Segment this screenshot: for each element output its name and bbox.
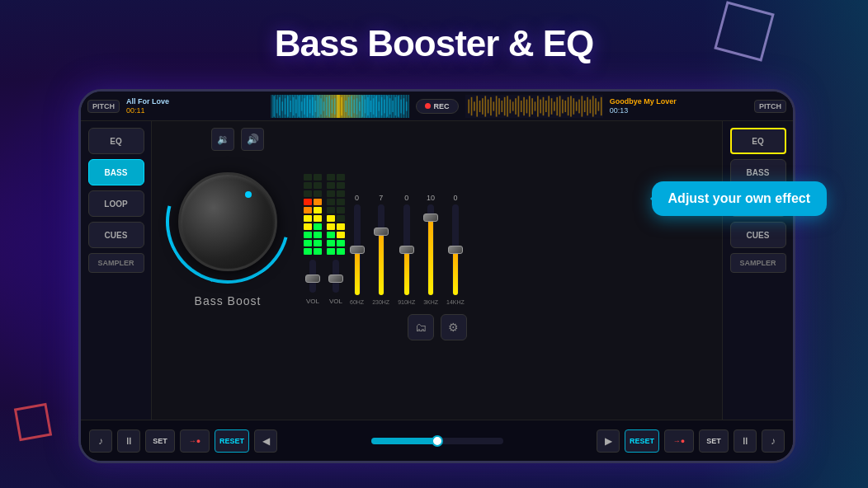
svg-rect-54 (482, 98, 484, 115)
left-cues-button[interactable]: CUES (88, 222, 144, 248)
svg-rect-67 (517, 96, 519, 116)
vu-bar (327, 182, 335, 189)
eq-slider-track-910hz[interactable] (403, 204, 410, 295)
pitch-right-button[interactable]: PITCH (754, 100, 786, 113)
svg-rect-45 (398, 96, 399, 116)
left-loop-button[interactable]: LOOP (88, 190, 144, 217)
arrow-dot-right-button[interactable]: →● (664, 429, 694, 453)
track-right-time: 00:13 (610, 106, 748, 115)
vu-bar (304, 232, 312, 238)
vu-bar (337, 232, 345, 238)
svg-rect-84 (564, 101, 566, 112)
main-content: EQ BASS LOOP CUES SAMPLER 🔉 🔊 (81, 121, 793, 420)
pitch-left-button[interactable]: PITCH (87, 100, 120, 113)
vu-bar (327, 240, 335, 246)
eq-slider-fill (404, 250, 409, 295)
knob-indicator-dot (245, 191, 252, 198)
svg-rect-36 (373, 98, 375, 115)
svg-rect-55 (484, 96, 486, 116)
vu-bar (337, 223, 345, 230)
svg-rect-78 (548, 96, 550, 116)
svg-rect-93 (589, 99, 591, 113)
vu-bar (327, 190, 335, 197)
music-note-left-button[interactable]: ♪ (89, 429, 112, 453)
eq-value-14khz: 0 (453, 194, 457, 202)
reset-right-button[interactable]: RESET (625, 429, 659, 453)
eq-value-910hz: 0 (404, 194, 408, 202)
svg-rect-29 (354, 99, 356, 113)
eq-slider-thumb[interactable] (423, 214, 438, 222)
svg-rect-15 (315, 101, 317, 112)
svg-rect-90 (581, 96, 583, 116)
svg-rect-20 (328, 96, 330, 116)
svg-rect-87 (573, 98, 574, 115)
vu-bar (327, 199, 335, 205)
right-sampler-label: SAMPLER (730, 253, 786, 273)
eq-slider-group-14khz: 014KHZ (446, 194, 465, 305)
eq-slider-fill (428, 218, 433, 295)
svg-rect-3 (282, 101, 284, 110)
waveform-left (271, 95, 408, 118)
svg-rect-63 (507, 96, 508, 116)
left-eq-button[interactable]: EQ (88, 128, 144, 154)
eq-slider-track-14khz[interactable] (452, 204, 459, 295)
eq-slider-thumb[interactable] (350, 246, 365, 254)
left-panel: EQ BASS LOOP CUES SAMPLER (81, 121, 152, 420)
vol-down-icon[interactable]: 🔉 (211, 128, 234, 151)
rec-button[interactable]: REC (416, 99, 459, 114)
left-sampler-label: SAMPLER (88, 253, 144, 273)
eq-slider-group-910hz: 0910HZ (398, 194, 415, 305)
svg-rect-26 (346, 101, 347, 112)
set-right-button[interactable]: SET (699, 429, 729, 453)
bass-boost-knob[interactable] (162, 156, 294, 288)
right-cues-button[interactable]: CUES (730, 222, 786, 248)
pause-left-button[interactable]: ⏸ (117, 429, 140, 453)
vol-up-icon[interactable]: 🔊 (241, 128, 264, 151)
right-panel: EQ BASS LOOP CUES SAMPLER (722, 121, 793, 420)
vu-bar (314, 240, 322, 246)
svg-rect-97 (600, 96, 601, 115)
set-left-button[interactable]: SET (145, 429, 175, 453)
svg-rect-31 (359, 101, 361, 110)
library-icon-button[interactable]: 🗂 (408, 314, 434, 340)
vu-bar (327, 174, 335, 181)
svg-rect-1 (276, 99, 278, 113)
reset-left-button[interactable]: RESET (215, 429, 249, 453)
vu-bar (337, 248, 345, 255)
left-bass-button[interactable]: BASS (88, 159, 144, 185)
progress-bar[interactable] (371, 438, 503, 444)
tooltip-bubble: Adjust your own effect (652, 181, 827, 216)
prev-button[interactable]: ◀ (254, 429, 277, 453)
eq-slider-thumb[interactable] (448, 246, 463, 254)
eq-slider-track-3khz[interactable] (427, 204, 434, 295)
vu-bar (337, 190, 345, 197)
svg-rect-19 (326, 96, 328, 115)
eq-slider-thumb[interactable] (399, 246, 414, 254)
next-button[interactable]: ▶ (597, 429, 620, 453)
svg-rect-49 (468, 99, 469, 113)
eq-slider-track-60hz[interactable] (354, 204, 361, 295)
music-note-right-button[interactable]: ♪ (762, 429, 785, 453)
svg-rect-7 (293, 96, 295, 115)
svg-rect-8 (295, 99, 297, 113)
vu-bar (337, 207, 345, 214)
svg-rect-74 (536, 96, 538, 116)
svg-rect-69 (523, 96, 525, 115)
eq-slider-track-230hz[interactable] (378, 204, 384, 295)
vol-right-fader[interactable] (328, 274, 343, 283)
svg-rect-82 (559, 96, 560, 116)
right-eq-button[interactable]: EQ (730, 128, 786, 154)
svg-rect-9 (299, 96, 300, 116)
settings-icon-button[interactable]: ⚙ (441, 314, 467, 340)
svg-rect-10 (301, 101, 303, 110)
vol-left-fader[interactable] (305, 274, 320, 283)
eq-slider-thumb[interactable] (374, 228, 389, 236)
svg-rect-21 (332, 99, 333, 113)
arrow-dot-left-button[interactable]: →● (180, 429, 210, 453)
svg-rect-4 (285, 98, 286, 115)
vu-bar (337, 240, 345, 246)
svg-rect-79 (550, 98, 552, 115)
vu-bar (327, 207, 335, 214)
svg-rect-83 (562, 99, 564, 113)
pause-right-button[interactable]: ⏸ (734, 429, 757, 453)
